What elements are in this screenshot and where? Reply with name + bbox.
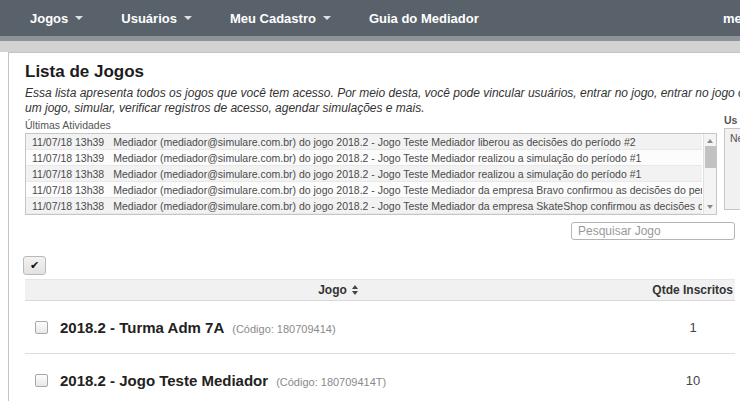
activity-time: 11/07/18 13h38 (32, 168, 104, 180)
activity-row: 11/07/18 13h38 Mediador (mediador@simula… (26, 182, 702, 198)
nav-item-label: Guia do Mediador (369, 11, 479, 26)
page-title: Lista de Jogos (25, 63, 740, 81)
users-panel-truncated: Us Ne (724, 114, 740, 210)
activities-label: Últimas Atividades (25, 119, 740, 132)
scroll-up-icon[interactable] (707, 139, 713, 143)
scrollbar-thumb[interactable] (705, 146, 716, 168)
activity-row: 11/07/18 13h39 Mediador (mediador@simula… (26, 150, 702, 166)
chevron-down-icon (184, 16, 192, 20)
game-code: (Código: 180709414T) (276, 376, 386, 388)
column-header-jogo[interactable]: Jogo (25, 283, 651, 297)
nav-item-label: Usuários (121, 11, 177, 26)
game-qty: 1 (651, 320, 735, 335)
nav-item-meu-cadastro[interactable]: Meu Cadastro (230, 11, 331, 26)
activities-listbox: 11/07/18 13h39 Mediador (mediador@simula… (25, 133, 717, 215)
activity-time: 11/07/18 13h39 (32, 152, 104, 164)
nav-user-label: me (723, 11, 740, 26)
select-all-button[interactable]: ✔ (23, 256, 46, 275)
sort-icon (352, 285, 358, 295)
users-panel-listbox: Ne (724, 128, 740, 210)
table-row: 2018.2 - Jogo Teste Mediador (Código: 18… (25, 354, 735, 401)
nav-item-label: Meu Cadastro (230, 11, 316, 26)
users-panel-content: Ne (730, 132, 740, 144)
row-checkbox[interactable] (35, 321, 48, 334)
page-description-line1: Essa lista apresenta todos os jogos que … (25, 86, 740, 101)
nav-item-label: Jogos (30, 11, 68, 26)
nav-item-user-menu[interactable]: me (723, 0, 740, 36)
activity-time: 11/07/18 13h38 (32, 200, 104, 212)
top-navbar: Jogos Usuários Meu Cadastro Guia do Medi… (0, 0, 740, 36)
activity-text: Mediador (mediador@simulare.com.br) do j… (113, 152, 641, 164)
activity-text: Mediador (mediador@simulare.com.br) do j… (113, 200, 702, 212)
chevron-down-icon (323, 16, 331, 20)
game-title: 2018.2 - Turma Adm 7A (60, 319, 224, 336)
chevron-down-icon (75, 16, 83, 20)
activity-text: Mediador (mediador@simulare.com.br) do j… (113, 184, 702, 196)
row-checkbox[interactable] (35, 374, 48, 387)
nav-item-usuarios[interactable]: Usuários (121, 11, 192, 26)
activity-row: 11/07/18 13h38 Mediador (mediador@simula… (26, 166, 702, 182)
game-qty: 10 (651, 373, 735, 388)
column-header-qtde-inscritos: Qtde Inscritos (651, 283, 735, 297)
activity-text: Mediador (mediador@simulare.com.br) do j… (113, 136, 635, 148)
activities-scrollbar[interactable] (703, 134, 716, 214)
activity-time: 11/07/18 13h39 (32, 136, 104, 148)
page-description-line2: um jogo, simular, verificar registros de… (25, 101, 740, 116)
scroll-down-icon[interactable] (707, 205, 713, 209)
column-header-jogo-label: Jogo (318, 283, 347, 297)
check-icon: ✔ (30, 259, 39, 272)
users-panel-label: Us (724, 114, 740, 127)
game-code: (Código: 180709414) (232, 323, 335, 335)
nav-item-jogos[interactable]: Jogos (30, 11, 83, 26)
page-background-strip (0, 41, 740, 52)
activity-text: Mediador (mediador@simulare.com.br) do j… (113, 168, 641, 180)
activity-row: 11/07/18 13h38 Mediador (mediador@simula… (26, 198, 702, 214)
search-input[interactable] (571, 222, 735, 240)
activity-row: 11/07/18 13h39 Mediador (mediador@simula… (26, 134, 702, 150)
main-panel: Lista de Jogos Essa lista apresenta todo… (8, 52, 740, 401)
game-title: 2018.2 - Jogo Teste Mediador (60, 372, 268, 389)
table-row: 2018.2 - Turma Adm 7A (Código: 180709414… (25, 301, 735, 354)
games-table: Jogo Qtde Inscritos 2018.2 - Turma Adm 7… (25, 279, 735, 401)
table-header: Jogo Qtde Inscritos (25, 279, 735, 301)
activity-time: 11/07/18 13h38 (32, 184, 104, 196)
nav-item-guia-do-mediador[interactable]: Guia do Mediador (369, 11, 479, 26)
